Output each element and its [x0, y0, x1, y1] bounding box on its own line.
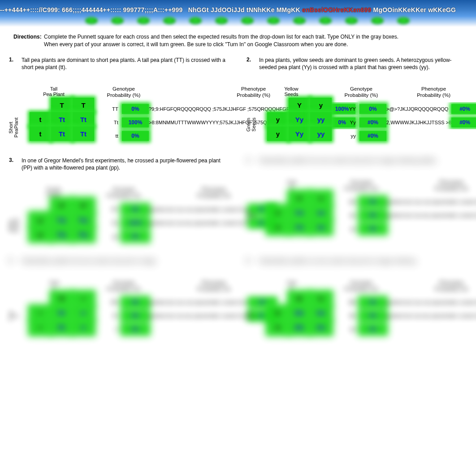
- punnett-col-allele[interactable]: Y: [289, 98, 310, 112]
- punnett-cell[interactable]: yy: [310, 112, 332, 126]
- punnett-row-allele[interactable]: t: [30, 126, 51, 141]
- punnett-row-allele[interactable]: y: [267, 126, 289, 141]
- problem-number: 3.: [9, 157, 22, 171]
- punnett-cell[interactable]: Yy: [289, 112, 310, 126]
- punnett-cell[interactable]: rr: [73, 320, 94, 335]
- genotype-heading: GenotypeProbability (%): [336, 280, 386, 292]
- genotype-percent-dropdown[interactable]: #0%: [359, 131, 386, 141]
- genotype-row: BB0%: [336, 296, 386, 309]
- punnett-cell[interactable]: bb: [310, 320, 332, 335]
- genotype-percent-dropdown[interactable]: 0%: [122, 104, 149, 114]
- punnett-cell[interactable]: Bb: [289, 306, 310, 320]
- punnett-side-label: TraitD: [8, 311, 19, 321]
- punnett-cell[interactable]: aa: [310, 220, 332, 234]
- punnett-cell[interactable]: rr: [73, 306, 94, 320]
- genotype-label: pp: [99, 234, 121, 239]
- phenotype-label-garbled: garbled text row two placeholder content…: [386, 213, 476, 218]
- genotype-percent-dropdown[interactable]: 0%: [122, 311, 149, 321]
- genotype-percent-dropdown[interactable]: 0%: [359, 324, 386, 334]
- genotype-percent-dropdown[interactable]: #0%: [359, 118, 386, 127]
- punnett-side-label: TraitF: [246, 311, 256, 321]
- punnett-cell[interactable]: Pp: [51, 227, 73, 241]
- punnett-cell[interactable]: aa: [310, 205, 332, 220]
- punnett-row-allele[interactable]: r: [30, 320, 51, 335]
- genotype-percent-dropdown[interactable]: 100%: [122, 118, 149, 127]
- punnett-col-allele[interactable]: T: [73, 98, 94, 112]
- punnett-row-allele[interactable]: y: [267, 112, 289, 126]
- punnett-row-allele[interactable]: a: [267, 220, 289, 234]
- phenotype-row: garbled text row one placeholder content…: [386, 195, 476, 209]
- punnett-col-allele[interactable]: T: [51, 98, 73, 112]
- punnett-row-allele[interactable]: b: [267, 320, 289, 335]
- punnett-top-label: TraitC: [9, 280, 99, 291]
- phenotype-label-garbled: 2,WWWWJKJJHKJJTSSS >8: [386, 120, 451, 125]
- punnett-col-allele[interactable]: P: [51, 198, 73, 213]
- genotype-label: aa: [336, 226, 359, 231]
- punnett-cell[interactable]: Pp: [73, 227, 94, 241]
- punnett-cell[interactable]: Bb: [289, 320, 310, 335]
- punnett-col-allele[interactable]: R: [51, 292, 73, 306]
- punnett-cell[interactable]: yy: [310, 126, 332, 141]
- problem-text: Placeholder problem six text content obs…: [259, 257, 421, 265]
- punnett-block: TraitETraitFBbbBbbbbBbbb: [247, 280, 336, 335]
- genotype-percent-dropdown[interactable]: 0%: [359, 197, 386, 207]
- punnett-side-label: ShortPeaPlant: [8, 118, 19, 138]
- problem-number: 1.: [9, 57, 22, 71]
- punnett-cell[interactable]: Tt: [51, 126, 73, 141]
- genotype-row: tt0%: [99, 129, 149, 143]
- punnett-row-allele[interactable]: a: [267, 205, 289, 220]
- genotype-label: bb: [336, 327, 359, 332]
- phenotype-percent-dropdown[interactable]: #0%: [451, 118, 476, 127]
- punnett-row-allele[interactable]: t: [30, 112, 51, 126]
- punnett-cell[interactable]: Tt: [51, 112, 73, 126]
- punnett-row-allele[interactable]: b: [267, 306, 289, 320]
- problem-number: 5.: [9, 257, 22, 265]
- genotype-percent-dropdown[interactable]: 0%: [122, 231, 149, 241]
- genotype-percent-dropdown[interactable]: 0%: [122, 131, 149, 141]
- genotype-row: TT0%: [99, 102, 149, 116]
- punnett-cell[interactable]: Aa: [289, 220, 310, 234]
- genotype-percent-dropdown[interactable]: 0%: [122, 324, 149, 334]
- punnett-col-allele[interactable]: r: [73, 292, 94, 306]
- directions-text: Complete the Punnett square for each cro…: [44, 33, 398, 48]
- genotype-percent-dropdown[interactable]: 0%: [359, 311, 386, 321]
- punnett-cell[interactable]: Pp: [73, 213, 94, 227]
- genotype-row: yy#0%: [336, 129, 386, 143]
- punnett-block: TraitATraitBAaaAaaaaAaaa: [247, 179, 336, 234]
- punnett-col-allele[interactable]: y: [310, 98, 332, 112]
- genotype-percent-dropdown[interactable]: 0%: [359, 297, 386, 307]
- genotype-percent-dropdown[interactable]: 0%: [122, 205, 149, 214]
- punnett-col-allele[interactable]: a: [310, 191, 332, 205]
- punnett-cell[interactable]: Rr: [51, 320, 73, 335]
- genotype-row: pp0%: [99, 230, 149, 243]
- punnett-row-allele[interactable]: r: [30, 306, 51, 320]
- phenotype-label-garbled: garbled text row two placeholder content…: [386, 313, 476, 318]
- genotype-heading: GenotypeProbability (%): [99, 280, 149, 292]
- genotype-percent-dropdown[interactable]: 0%: [359, 210, 386, 220]
- punnett-col-allele[interactable]: P: [73, 198, 94, 213]
- probability-tables: GenotypeProbability (%)AA0%Aa0%aa0%Pheno…: [336, 179, 476, 236]
- phenotype-label-garbled: garbled text row two placeholder content…: [149, 313, 249, 318]
- genotype-percent-dropdown[interactable]: 0%: [359, 104, 386, 114]
- phenotype-percent-dropdown[interactable]: #0%: [451, 104, 476, 114]
- genotype-percent-dropdown[interactable]: 0%: [122, 297, 149, 307]
- punnett-cell[interactable]: Pp: [51, 213, 73, 227]
- punnett-cell[interactable]: Aa: [289, 205, 310, 220]
- punnett-cell[interactable]: Tt: [73, 112, 94, 126]
- punnett-cell[interactable]: Tt: [73, 126, 94, 141]
- punnett-row-allele[interactable]: p: [30, 227, 51, 241]
- phenotype-row: garbled text row one placeholder content…: [386, 296, 476, 309]
- directions-label: Directions:: [13, 33, 44, 48]
- punnett-col-allele[interactable]: B: [289, 292, 310, 306]
- punnett-cell[interactable]: bb: [310, 306, 332, 320]
- phenotype-heading: PhenotypeProbability (%): [386, 179, 476, 192]
- punnett-cell[interactable]: Yy: [289, 126, 310, 141]
- punnett-cell[interactable]: Rr: [51, 306, 73, 320]
- punnett-col-allele[interactable]: b: [310, 292, 332, 306]
- genotype-percent-dropdown[interactable]: 0%: [359, 224, 386, 234]
- punnett-row-allele[interactable]: p: [30, 213, 51, 227]
- genotype-percent-dropdown[interactable]: 100%: [122, 218, 149, 228]
- problem-6: 6.Placeholder problem six text content o…: [238, 252, 475, 345]
- punnett-col-allele[interactable]: A: [289, 191, 310, 205]
- punnett-square: TTtTtTttTtTt: [30, 98, 94, 141]
